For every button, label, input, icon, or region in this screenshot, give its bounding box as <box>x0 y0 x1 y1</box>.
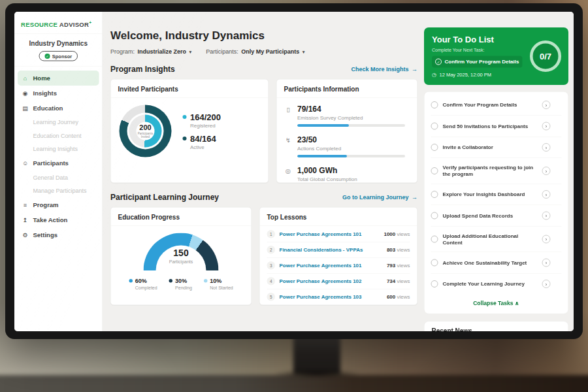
task-checkbox[interactable] <box>431 212 438 220</box>
lesson-link[interactable]: Power Purchase Agreements 101 <box>280 231 380 237</box>
todo-next-task[interactable]: ✓ Confirm Your Program Details <box>432 56 522 68</box>
lightbulb-icon: ◉ <box>22 90 29 97</box>
arrow-right-icon: → <box>412 66 417 73</box>
org-name: Industry Dynamics <box>18 40 99 48</box>
sidebar-item-manage-participants[interactable]: Manage Participants <box>14 184 103 198</box>
task-label: Confirm Your Program Details <box>443 102 538 108</box>
chevron-right-icon[interactable]: › <box>542 212 551 220</box>
sidebar-item-education[interactable]: ▤ Education <box>14 101 103 116</box>
task-checkbox[interactable] <box>431 101 438 108</box>
sidebar-item-education-content[interactable]: Education Content <box>14 129 103 143</box>
chevron-right-icon[interactable]: › <box>542 190 551 199</box>
battery-icon: ▯ <box>284 106 293 127</box>
todo-summary-card: Your To Do List Complete Your Next Task:… <box>424 27 568 85</box>
lesson-link[interactable]: Financial Considerations - VPPAs <box>280 247 383 253</box>
task-label: Upload Spend Data Records <box>443 212 538 219</box>
chevron-right-icon[interactable]: › <box>542 101 551 109</box>
task-row[interactable]: Achieve One Sustainability Target › <box>431 252 562 274</box>
lesson-link[interactable]: Power Purchase Agreements 101 <box>280 263 383 269</box>
check-more-insights-link[interactable]: Check More Insights → <box>351 66 417 73</box>
legend-item-not-started: 10% Not Started <box>204 278 233 291</box>
program-filter[interactable]: Program: Industrialize Zero ▾ <box>110 48 191 56</box>
task-checkbox[interactable] <box>431 280 438 287</box>
lesson-link[interactable]: Power Purchase Agreements 102 <box>280 278 383 284</box>
lesson-row: 5 Power Purchase Agreements 103 600 view… <box>267 289 410 305</box>
legend-item-registered: 164/200 Registered <box>183 112 221 129</box>
learning-journey-header: Participant Learning Journey Go to Learn… <box>110 193 417 202</box>
task-row[interactable]: Upload Additional Educational Content › <box>431 227 562 253</box>
legend-label: Registered <box>190 123 221 129</box>
sidebar-item-general-data[interactable]: General Data <box>14 171 103 185</box>
sidebar-item-participants[interactable]: ☺ Participants <box>14 156 103 171</box>
task-checkbox[interactable] <box>431 167 438 174</box>
chevron-right-icon[interactable]: › <box>542 167 551 175</box>
check-circle-icon: ✓ <box>435 59 442 65</box>
task-row[interactable]: Invite a Collaborator › <box>431 137 562 159</box>
main-content: Welcome, Industry Dynamics Program: Indu… <box>110 12 417 331</box>
sidebar-item-learning-journey[interactable]: Learning Journey <box>14 116 103 129</box>
invited-participants-card: Invited Participants 200 Participants In… <box>110 79 269 183</box>
sidebar-item-label: Manage Participants <box>33 188 87 195</box>
gauge-center-label: Participants <box>144 259 219 265</box>
lesson-row: 3 Power Purchase Agreements 101 793 view… <box>267 258 410 274</box>
monitor-screen: RESOURCE ADVISOR+ Industry Dynamics ✓ Sp… <box>14 12 574 331</box>
sidebar-item-label: Learning Insights <box>33 146 78 153</box>
task-row[interactable]: Confirm Your Program Details › <box>431 95 562 116</box>
sidebar-item-label: Home <box>33 74 50 82</box>
sponsor-medal-icon: ✓ <box>44 54 50 59</box>
chevron-down-icon: ▾ <box>302 48 305 54</box>
task-checkbox[interactable] <box>431 236 438 243</box>
program-insights-header: Program Insights Check More Insights → <box>110 65 417 74</box>
chevron-right-icon[interactable]: › <box>542 280 551 288</box>
task-label: Achieve One Sustainability Target <box>443 259 538 266</box>
go-to-learning-journey-link[interactable]: Go to Learning Journey → <box>342 194 417 201</box>
info-value: 1,000 GWh <box>297 166 357 175</box>
task-checkbox[interactable] <box>431 123 438 130</box>
section-title-program-insights: Program Insights <box>110 65 175 74</box>
sponsor-badge[interactable]: ✓ Sponsor <box>39 51 78 61</box>
invited-participants-donut: 200 Participants Invited <box>120 105 172 157</box>
chevron-right-icon[interactable]: › <box>542 235 551 244</box>
sidebar-item-settings[interactable]: ⚙ Settings <box>14 228 103 243</box>
todo-progress-ring: 0/7 <box>530 41 561 72</box>
task-checkbox[interactable] <box>431 144 438 151</box>
lesson-link[interactable]: Power Purchase Agreements 103 <box>280 294 383 300</box>
info-label: Emission Survey Completed <box>297 115 405 121</box>
learning-cards-row: Education Progress 150 Participants <box>110 207 417 305</box>
donut-center-value: 200 <box>139 123 151 132</box>
task-row[interactable]: Upload Spend Data Records › <box>431 205 562 227</box>
legend-dot <box>204 279 208 283</box>
task-row[interactable]: Verify participants requesting to join t… <box>431 158 562 184</box>
top-lessons-card: Top Lessons 1 Power Purchase Agreements … <box>259 207 417 305</box>
logo-text-secondary: ADVISOR <box>59 21 89 28</box>
collapse-tasks-link[interactable]: Collapse Tasks ∧ <box>431 295 562 312</box>
todo-panel: Your To Do List Complete Your Next Task:… <box>424 12 568 331</box>
participants-filter-value: Only My Participants <box>241 48 299 56</box>
task-checkbox[interactable] <box>431 191 438 198</box>
chevron-right-icon[interactable]: › <box>542 122 551 131</box>
sidebar: RESOURCE ADVISOR+ Industry Dynamics ✓ Sp… <box>14 12 103 331</box>
task-checkbox[interactable] <box>431 259 438 267</box>
sidebar-item-home[interactable]: ⌂ Home <box>18 71 99 86</box>
info-row-consumption: ◎ 1,000 GWh Total Global Consumption <box>284 162 410 187</box>
participants-filter[interactable]: Participants: Only My Participants ▾ <box>206 48 304 56</box>
sidebar-item-learning-insights[interactable]: Learning Insights <box>14 142 103 156</box>
task-row[interactable]: Complete Your Learning Journey › <box>431 274 562 295</box>
lesson-row: 1 Power Purchase Agreements 101 1000 vie… <box>267 227 410 242</box>
task-row[interactable]: Send 50 Invitations to Participants › <box>431 116 562 137</box>
gauge-legend: 60% Completed 30% Pending 10% <box>129 278 233 291</box>
sidebar-item-program[interactable]: ≡ Program <box>14 198 103 213</box>
lesson-rank: 2 <box>267 246 276 254</box>
app-logo: RESOURCE ADVISOR+ <box>14 12 103 34</box>
clock-icon: ◷ <box>432 71 436 78</box>
legend-value: 164/200 <box>190 112 221 122</box>
todo-due-label: 12 May 2025, 12:00 PM <box>439 72 491 78</box>
progress-bar <box>297 124 405 127</box>
chevron-right-icon[interactable]: › <box>542 259 551 267</box>
task-label: Complete Your Learning Journey <box>443 281 538 287</box>
task-label: Invite a Collaborator <box>443 144 538 151</box>
sidebar-item-insights[interactable]: ◉ Insights <box>14 86 103 101</box>
sidebar-item-take-action[interactable]: ↥ Take Action <box>14 213 103 228</box>
chevron-right-icon[interactable]: › <box>542 143 551 152</box>
task-row[interactable]: Explore Your Insights Dashboard › <box>431 184 562 206</box>
